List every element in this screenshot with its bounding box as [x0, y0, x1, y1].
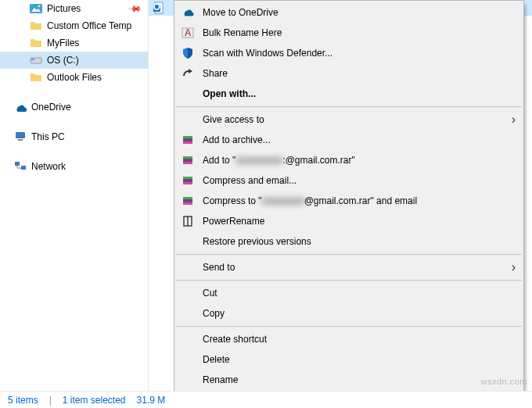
menu-cut[interactable]: Cut [174, 283, 523, 303]
powerrename-icon [181, 214, 195, 228]
svg-rect-0 [30, 4, 42, 13]
svg-rect-19 [183, 162, 192, 164]
watermark: wsxdn.com [480, 377, 527, 386]
menu-item-label: Send to [203, 262, 235, 273]
sidebar-item-custom-office[interactable]: Custom Office Temp [0, 17, 148, 34]
menu-item-label: Compress and email... [203, 175, 297, 186]
status-item-count: 5 items [8, 395, 38, 406]
menu-share[interactable]: Share [174, 63, 523, 84]
menu-compress-email[interactable]: Compress and email... [174, 170, 523, 191]
sidebar-item-this-pc[interactable]: This PC [0, 128, 148, 145]
svg-rect-5 [16, 132, 25, 138]
navigation-pane[interactable]: Pictures 📌 Custom Office Temp MyFiles OS… [0, 0, 149, 408]
menu-item-label: Create shortcut [203, 334, 267, 345]
winrar-icon [181, 153, 195, 167]
menu-item-label: Copy [203, 308, 225, 319]
separator [176, 280, 522, 281]
menu-compress-to-rar[interactable]: Compress to "xxxxxxxxx@gmail.com.rar" an… [174, 191, 523, 211]
sidebar-item-label: This PC [31, 131, 65, 142]
outlook-file-icon: O [153, 2, 166, 14]
svg-rect-6 [18, 139, 23, 141]
status-size: 31.9 M [137, 395, 166, 406]
menu-open-with[interactable]: Open with... [174, 84, 523, 104]
separator [176, 106, 522, 107]
svg-text:O: O [153, 2, 160, 13]
winrar-icon [181, 194, 195, 208]
menu-item-label: Open with... [203, 88, 256, 99]
menu-item-label: Add to "xxxxxxxxxx:@gmail.com.rar" [203, 155, 355, 166]
folder-icon [30, 71, 42, 84]
menu-item-label: PowerRename [203, 216, 264, 227]
sidebar-item-label: OneDrive [31, 102, 71, 113]
context-menu: Move to OneDrive A Bulk Rename Here Scan… [174, 0, 524, 408]
sidebar-item-label: Custom Office Temp [47, 20, 131, 31]
menu-item-label: Add to archive... [203, 134, 271, 145]
svg-rect-21 [183, 177, 192, 179]
sidebar-item-label: MyFiles [47, 38, 79, 48]
menu-item-label: Restore previous versions [203, 236, 311, 247]
menu-item-label: Compress to "xxxxxxxxx@gmail.com.rar" an… [203, 195, 417, 206]
svg-point-2 [38, 5, 41, 8]
menu-bulk-rename[interactable]: A Bulk Rename Here [174, 23, 523, 43]
sidebar-item-onedrive[interactable]: OneDrive [0, 98, 148, 116]
pin-icon: 📌 [127, 1, 142, 16]
menu-item-label: Give access to [203, 114, 264, 125]
sidebar-item-outlook-files[interactable]: Outlook Files [0, 69, 148, 86]
sidebar-item-label: OS (C:) [47, 55, 79, 66]
separator [176, 326, 522, 327]
onedrive-icon [181, 5, 195, 20]
menu-item-label: Move to OneDrive [203, 7, 279, 18]
svg-rect-4 [31, 59, 34, 60]
svg-rect-22 [183, 182, 192, 184]
menu-item-label: Bulk Rename Here [203, 27, 282, 38]
menu-item-label: Rename [203, 374, 238, 385]
menu-add-archive[interactable]: Add to archive... [174, 130, 523, 150]
svg-rect-8 [21, 166, 26, 170]
onedrive-icon [14, 101, 27, 113]
menu-restore[interactable]: Restore previous versions [174, 231, 523, 252]
sidebar-item-network[interactable]: Network [0, 158, 148, 175]
chevron-right-icon: › [512, 260, 516, 274]
menu-move-onedrive[interactable]: Move to OneDrive [174, 2, 523, 23]
menu-create-shortcut[interactable]: Create shortcut [174, 329, 523, 349]
svg-rect-7 [15, 162, 20, 166]
svg-rect-16 [183, 141, 192, 144]
winrar-icon [181, 133, 195, 147]
chevron-right-icon: › [512, 113, 516, 127]
menu-powerrename[interactable]: PowerRename [174, 211, 523, 231]
separator [176, 254, 522, 255]
network-icon [14, 160, 27, 173]
menu-rename[interactable]: Rename [174, 370, 523, 390]
status-selected: 1 item selected [63, 395, 126, 406]
menu-give-access[interactable]: Give access to › [174, 109, 523, 130]
status-bar: 5 items | 1 item selected 31.9 M [0, 391, 532, 408]
drive-icon [30, 54, 42, 66]
sidebar-item-label: Network [31, 161, 66, 172]
menu-item-label: Delete [203, 354, 230, 365]
folder-icon [30, 20, 42, 32]
sidebar-item-pictures[interactable]: Pictures 📌 [0, 0, 148, 17]
menu-delete[interactable]: Delete [174, 349, 523, 370]
menu-item-label: Cut [203, 288, 217, 299]
rename-icon: A [181, 26, 195, 40]
defender-icon [181, 46, 195, 60]
winrar-icon [181, 174, 195, 188]
menu-copy[interactable]: Copy [174, 303, 523, 324]
svg-rect-15 [183, 136, 192, 138]
sidebar-item-label: Outlook Files [47, 72, 102, 83]
svg-text:A: A [185, 27, 192, 38]
sidebar-item-os-c[interactable]: OS (C:) [0, 52, 148, 69]
menu-item-label: Share [203, 68, 228, 79]
sidebar-item-label: Pictures [47, 3, 81, 14]
menu-item-label: Scan with Windows Defender... [203, 48, 332, 59]
sidebar-item-myfiles[interactable]: MyFiles [0, 34, 148, 52]
svg-rect-24 [183, 197, 192, 199]
folder-icon [30, 37, 42, 49]
menu-send-to[interactable]: Send to › [174, 257, 523, 277]
svg-rect-18 [183, 156, 192, 159]
menu-add-to-rar[interactable]: Add to "xxxxxxxxxx:@gmail.com.rar" [174, 150, 523, 170]
pictures-icon [30, 2, 42, 15]
status-divider: | [49, 395, 52, 406]
svg-rect-25 [183, 202, 192, 205]
menu-defender[interactable]: Scan with Windows Defender... [174, 43, 523, 63]
